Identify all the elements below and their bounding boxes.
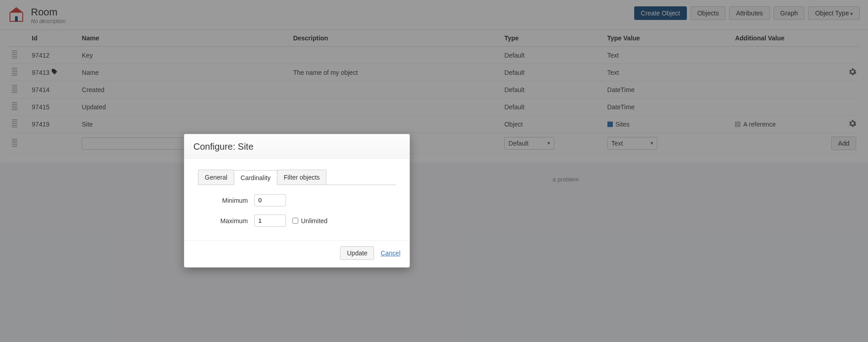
minimum-input[interactable] — [254, 194, 286, 206]
modal-backdrop[interactable] — [0, 0, 868, 342]
minimum-label: Minimum — [198, 197, 248, 204]
dialog-tabs: General Cardinality Filter objects — [198, 170, 396, 185]
tab-cardinality[interactable]: Cardinality — [234, 170, 277, 185]
unlimited-label: Unlimited — [301, 217, 327, 225]
update-button[interactable]: Update — [340, 246, 374, 260]
maximum-label: Maximum — [198, 217, 248, 225]
tab-filter-objects[interactable]: Filter objects — [277, 170, 326, 185]
unlimited-checkbox[interactable] — [292, 218, 298, 224]
cancel-link[interactable]: Cancel — [380, 249, 400, 257]
dialog-title: Configure: Site — [193, 142, 400, 152]
tab-general[interactable]: General — [198, 170, 234, 185]
maximum-input[interactable] — [254, 215, 286, 227]
configure-attribute-dialog: Configure: Site General Cardinality Filt… — [184, 134, 410, 268]
